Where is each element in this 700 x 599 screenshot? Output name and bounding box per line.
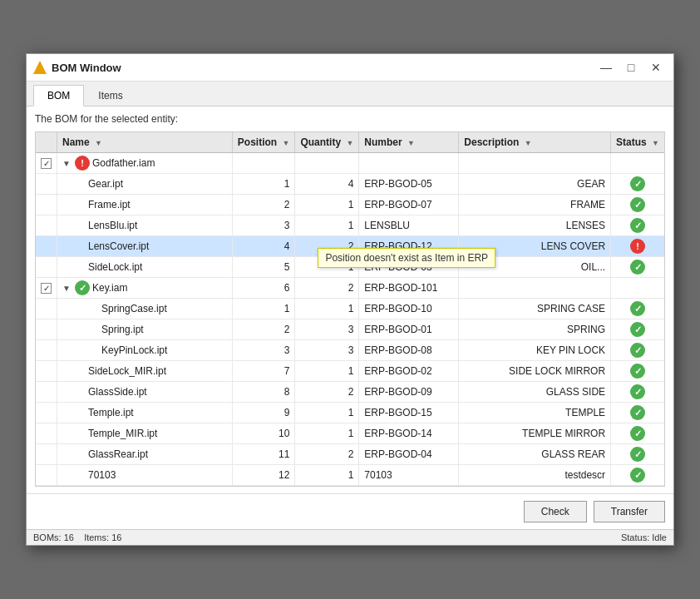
row-name-cell: LensCover.iptPosition doesn't exist as I… bbox=[57, 236, 233, 257]
row-position-cell: 2 bbox=[232, 319, 295, 340]
expand-icon[interactable]: ▼ bbox=[62, 284, 71, 292]
row-status-icon: ✓ bbox=[630, 405, 645, 420]
header-number[interactable]: Number ▼ bbox=[359, 132, 459, 153]
row-name-cell: GlassSide.ipt bbox=[57, 382, 233, 403]
table-row[interactable]: Temple.ipt91ERP-BGOD-15TEMPLE✓ bbox=[36, 403, 664, 423]
row-name-cell: ▼!Godfather.iam bbox=[57, 153, 233, 174]
header-quantity[interactable]: Quantity ▼ bbox=[295, 132, 359, 153]
row-name-text: GlassRear.ipt bbox=[88, 448, 148, 460]
tab-bom[interactable]: BOM bbox=[33, 85, 84, 106]
row-description-cell: LENS COVER bbox=[459, 236, 611, 257]
table-row[interactable]: LensCover.iptPosition doesn't exist as I… bbox=[36, 236, 664, 257]
header-description[interactable]: Description ▼ bbox=[459, 132, 611, 153]
table-row[interactable]: Gear.ipt14ERP-BGOD-05GEAR✓ bbox=[36, 174, 664, 195]
row-quantity-cell: 1 bbox=[295, 257, 359, 278]
main-content: The BOM for the selected entity: Name ▼ … bbox=[27, 106, 673, 493]
status-text: Status: Idle bbox=[621, 532, 667, 542]
row-status-icon: ✓ bbox=[630, 447, 645, 462]
table-body: ▼!Godfather.iamGear.ipt14ERP-BGOD-05GEAR… bbox=[36, 153, 664, 486]
transfer-button[interactable]: Transfer bbox=[594, 501, 665, 522]
row-status-icon: ✓ bbox=[630, 197, 645, 212]
tab-items[interactable]: Items bbox=[84, 85, 136, 106]
row-status-icon: ✓ bbox=[630, 260, 645, 275]
status-bar: BOMs: 16 Items: 16 Status: Idle bbox=[27, 529, 673, 545]
table-row[interactable]: ▼!Godfather.iam bbox=[36, 153, 664, 174]
number-filter-icon: ▼ bbox=[407, 139, 415, 147]
table-row[interactable]: LensBlu.ipt31LENSBLULENSES✓ bbox=[36, 215, 664, 236]
table-row[interactable]: Spring.ipt23ERP-BGOD-01SPRING✓ bbox=[36, 319, 664, 340]
row-status-cell: ✓ bbox=[611, 195, 664, 215]
row-status-icon: ! bbox=[630, 239, 645, 254]
bom-table: Name ▼ Position ▼ Quantity ▼ Number ▼ De… bbox=[36, 132, 664, 486]
description-filter-icon: ▼ bbox=[525, 139, 532, 147]
row-checkbox-cell bbox=[36, 319, 57, 340]
app-logo-icon bbox=[33, 61, 47, 74]
row-status-cell bbox=[611, 278, 664, 299]
row-position-cell: 5 bbox=[232, 257, 295, 278]
row-description-cell: LENSES bbox=[459, 215, 611, 236]
row-status-icon: ✓ bbox=[630, 176, 645, 191]
row-quantity-cell: 2 bbox=[295, 444, 359, 465]
row-checkbox-cell bbox=[36, 236, 57, 257]
row-checkbox-cell bbox=[36, 278, 57, 299]
minimize-button[interactable]: — bbox=[595, 59, 617, 76]
row-description-cell: testdescr bbox=[459, 465, 611, 486]
close-button[interactable]: ✕ bbox=[645, 59, 667, 76]
row-name-text: 70103 bbox=[88, 469, 116, 481]
row-status-cell: ✓ bbox=[611, 361, 664, 382]
row-name-cell: GlassRear.ipt bbox=[57, 444, 233, 465]
row-status-icon: ✓ bbox=[630, 384, 645, 399]
row-checkbox-cell bbox=[36, 257, 57, 278]
row-name-text: Spring.ipt bbox=[101, 324, 144, 335]
row-checkbox[interactable] bbox=[41, 283, 52, 294]
table-row[interactable]: 7010312170103testdescr✓ bbox=[36, 465, 664, 486]
row-status-cell: ✓ bbox=[611, 319, 664, 340]
table-row[interactable]: Temple_MIR.ipt101ERP-BGOD-14TEMPLE MIRRO… bbox=[36, 423, 664, 444]
row-status-cell: ✓ bbox=[611, 340, 664, 361]
row-number-cell: ERP-BGOD-05 bbox=[359, 174, 459, 195]
row-name-cell: SideLock.ipt bbox=[57, 257, 233, 278]
row-status-cell: ✓ bbox=[611, 382, 664, 403]
table-row[interactable]: Frame.ipt21ERP-BGOD-07FRAME✓ bbox=[36, 195, 664, 215]
row-number-cell bbox=[359, 153, 459, 174]
table-row[interactable]: KeyPinLock.ipt33ERP-BGOD-08KEY PIN LOCK✓ bbox=[36, 340, 664, 361]
table-row[interactable]: SideLock_MIR.ipt71ERP-BGOD-02SIDE LOCK M… bbox=[36, 361, 664, 382]
row-status-icon: ✓ bbox=[630, 426, 645, 441]
expand-icon[interactable]: ▼ bbox=[62, 159, 71, 167]
row-checkbox-cell bbox=[36, 340, 57, 361]
title-bar: BOM Window — □ ✕ bbox=[27, 54, 673, 82]
table-row[interactable]: GlassRear.ipt112ERP-BGOD-04GLASS REAR✓ bbox=[36, 444, 664, 465]
row-number-cell: ERP-BGOD-03 bbox=[359, 257, 459, 278]
row-quantity-cell: 1 bbox=[295, 299, 359, 319]
bom-table-container[interactable]: Name ▼ Position ▼ Quantity ▼ Number ▼ De… bbox=[35, 131, 665, 487]
row-status-icon: ✓ bbox=[630, 301, 645, 316]
row-name-text: Gear.ipt bbox=[88, 178, 123, 190]
row-position-cell: 8 bbox=[232, 382, 295, 403]
row-name-cell: Frame.ipt bbox=[57, 195, 233, 215]
maximize-button[interactable]: □ bbox=[620, 59, 642, 76]
table-row[interactable]: SpringCase.ipt11ERP-BGOD-10SPRING CASE✓ bbox=[36, 299, 664, 319]
row-description-cell bbox=[459, 278, 611, 299]
header-status[interactable]: Status ▼ bbox=[611, 132, 664, 153]
row-number-cell: ERP-BGOD-02 bbox=[359, 361, 459, 382]
row-name-cell: ▼✓Key.iam bbox=[57, 278, 233, 299]
table-row[interactable]: SideLock.ipt51ERP-BGOD-03OIL...✓ bbox=[36, 257, 664, 278]
row-quantity-cell: 4 bbox=[295, 174, 359, 195]
row-name-text: LensCover.ipt bbox=[88, 240, 149, 252]
header-position[interactable]: Position ▼ bbox=[232, 132, 295, 153]
table-row[interactable]: ▼✓Key.iam62ERP-BGOD-101 bbox=[36, 278, 664, 299]
row-name-cell: Gear.ipt bbox=[57, 174, 233, 195]
row-status-cell bbox=[611, 153, 664, 174]
header-name[interactable]: Name ▼ bbox=[57, 132, 233, 153]
row-description-cell: GLASS SIDE bbox=[459, 382, 611, 403]
window-title: BOM Window bbox=[52, 62, 590, 74]
quantity-filter-icon: ▼ bbox=[346, 139, 353, 147]
row-checkbox[interactable] bbox=[41, 158, 52, 169]
row-number-cell: ERP-BGOD-10 bbox=[359, 299, 459, 319]
status-filter-icon: ▼ bbox=[652, 139, 659, 147]
row-name-text: SpringCase.ipt bbox=[101, 303, 167, 314]
row-number-cell: LENSBLU bbox=[359, 215, 459, 236]
table-row[interactable]: GlassSide.ipt82ERP-BGOD-09GLASS SIDE✓ bbox=[36, 382, 664, 403]
table-header-row: Name ▼ Position ▼ Quantity ▼ Number ▼ De… bbox=[36, 132, 664, 153]
check-button[interactable]: Check bbox=[524, 501, 587, 522]
